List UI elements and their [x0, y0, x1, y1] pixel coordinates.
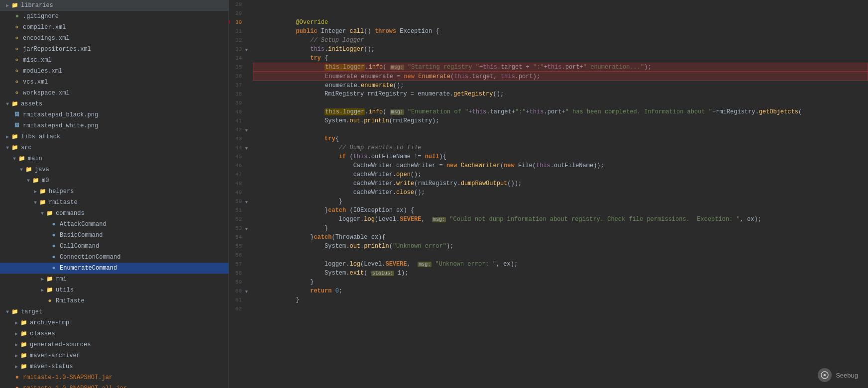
- sidebar-item-utils[interactable]: ▶ 📁 utils: [0, 285, 228, 295]
- expand-arrow: ▼: [39, 211, 46, 216]
- sidebar-item-rmitastepsd-white[interactable]: 🖼 rmitastepsd_white.png: [0, 120, 228, 131]
- sidebar-item-m0[interactable]: ▼ 📁 m0: [0, 175, 228, 186]
- sidebar-item-vcs-xml[interactable]: ⚙ vcs.xml: [0, 77, 228, 88]
- sidebar-item-gitignore[interactable]: ■ .gitignore: [0, 11, 228, 22]
- sidebar-item-workspace-xml[interactable]: ⚙ workspace.xml: [0, 88, 228, 98]
- code-line-42: try{: [253, 125, 868, 134]
- sidebar-item-RmiTaste[interactable]: ● RmiTaste: [0, 295, 228, 306]
- sidebar-item-assets[interactable]: ▼ 📁 assets: [0, 98, 228, 109]
- sidebar-item-encodings-xml[interactable]: ⚙ encodings.xml: [0, 33, 228, 44]
- folder-icon: 📁: [20, 363, 28, 371]
- sidebar-item-src[interactable]: ▼ 📁 src: [0, 142, 228, 153]
- sidebar-item-archive-tmp[interactable]: ▶ 📁 archive-tmp: [0, 317, 228, 328]
- sidebar-item-main[interactable]: ▼ 📁 main: [0, 153, 228, 164]
- code-editor[interactable]: 28 29 30 31 32 33▼ 34 35 36 37 38 39 40 …: [229, 0, 868, 388]
- line-num-33: 33▼: [229, 45, 245, 54]
- sidebar-item-java[interactable]: ▼ 📁 java: [0, 164, 228, 175]
- code-line-44: if (this.outFileName != null){: [253, 143, 868, 152]
- folder-icon: 📁: [11, 133, 19, 141]
- code-line-34: this.logger.info( msg: "Starting registr…: [253, 54, 868, 63]
- line-num-35: 35: [229, 63, 245, 72]
- code-line-57: System.exit( status: 1);: [253, 260, 868, 269]
- sidebar-item-BasicCommand[interactable]: ● BasicCommand: [0, 230, 228, 241]
- fold-arrow[interactable]: ▼: [242, 126, 248, 132]
- sidebar-item-modules-xml[interactable]: ⚙ modules.xml: [0, 66, 228, 77]
- line-num-44: 44▼: [229, 143, 245, 152]
- sidebar-item-jarRepositories-xml[interactable]: ⚙ jarRepositories.xml: [0, 44, 228, 55]
- line-num-37: 37: [229, 81, 245, 90]
- sidebar-item-classes[interactable]: ▶ 📁 classes: [0, 328, 228, 339]
- sidebar-item-label: archive-tmp: [30, 319, 69, 326]
- sidebar-item-label: main: [28, 155, 42, 162]
- sidebar-item-compiler-xml[interactable]: ⚙ compiler.xml: [0, 22, 228, 33]
- code-line-53: }catch(Throwable ex){: [253, 224, 868, 233]
- line-num-60: 60▼: [229, 287, 245, 295]
- java-icon: ●: [50, 264, 58, 272]
- line-num-36: 36: [229, 72, 245, 81]
- sidebar-item-rmi[interactable]: ▶ 📁 rmi: [0, 274, 228, 285]
- sidebar-item-label: rmi: [56, 276, 67, 283]
- sidebar-item-rmitastepsd-black[interactable]: 🖼 rmitastepsd_black.png: [0, 109, 228, 120]
- sidebar-item-label: modules.xml: [23, 68, 62, 75]
- code-line-49: }: [253, 188, 868, 197]
- folder-icon: 📁: [20, 330, 28, 338]
- sidebar-item-ConnectionCommand[interactable]: ● ConnectionCommand: [0, 252, 228, 263]
- code-line-62: [253, 304, 868, 313]
- sidebar-item-rmitaste[interactable]: ▼ 📁 rmitaste: [0, 197, 228, 208]
- sidebar-item-label: libs_attack: [21, 133, 60, 140]
- sidebar-item-label: java: [35, 166, 49, 173]
- sidebar-item-label: .gitignore: [23, 13, 59, 20]
- sidebar-item-rmitaste-jar[interactable]: ■ rmitaste-1.0-SNAPSHOT.jar: [0, 372, 228, 383]
- folder-icon: 📁: [46, 209, 54, 217]
- code-line-51: logger.log(Level.SEVERE, msg: "Could not…: [253, 206, 868, 215]
- fold-arrow[interactable]: ▼: [242, 144, 248, 150]
- line-num-56: 56: [229, 251, 245, 260]
- sidebar-item-label: misc.xml: [23, 57, 52, 64]
- sidebar-item-commands[interactable]: ▼ 📁 commands: [0, 208, 228, 219]
- folder-icon: 📁: [39, 188, 47, 195]
- sidebar-item-helpers[interactable]: ▶ 📁 helpers: [0, 186, 228, 197]
- fold-arrow[interactable]: ▼: [242, 225, 248, 231]
- sidebar-item-label: EnumerateCommand: [60, 265, 117, 272]
- code-line-35: Enumerate enumerate = new Enumerate(this…: [253, 63, 868, 72]
- sidebar-item-rmitaste-all-jar[interactable]: ■ rmitaste-1.0-SNAPSHOT-all.jar: [0, 383, 228, 388]
- sidebar-item-target[interactable]: ▼ 📁 target: [0, 306, 228, 317]
- fold-arrow[interactable]: ▼: [242, 288, 248, 293]
- folder-icon: 📁: [18, 155, 26, 163]
- fold-arrow[interactable]: ▼: [242, 46, 248, 52]
- line-num-50: 50▼: [229, 197, 245, 206]
- folder-icon: 📁: [20, 319, 28, 327]
- xml-icon: ⚙: [13, 67, 21, 75]
- code-line-55: [253, 242, 868, 251]
- sidebar-item-label: maven-status: [30, 363, 73, 370]
- sidebar-item-maven-archiver[interactable]: ▶ 📁 maven-archiver: [0, 350, 228, 361]
- sidebar-item-label: ConnectionCommand: [60, 254, 120, 261]
- code-line-50: }catch (IOException ex) {: [253, 197, 868, 206]
- java-icon: ●: [50, 242, 58, 250]
- fold-arrow[interactable]: ▼: [242, 198, 248, 204]
- sidebar-item-AttackCommand[interactable]: ● AttackCommand: [0, 219, 228, 230]
- sidebar-item-libs-attack[interactable]: ▶ 📁 libs_attack: [0, 131, 228, 142]
- sidebar-item-label: target: [21, 308, 42, 315]
- sidebar-item-label: generated-sources: [30, 341, 91, 348]
- sidebar-item-misc-xml[interactable]: ⚙ misc.xml: [0, 55, 228, 66]
- line-num-51: 51: [229, 206, 245, 215]
- code-line-61: [253, 295, 868, 304]
- expand-arrow: ▼: [4, 145, 11, 151]
- folder-icon: 📁: [20, 341, 28, 349]
- sidebar-item-label: rmitaste: [49, 199, 78, 206]
- line-num-54: 54: [229, 233, 245, 242]
- sidebar-item-generated-sources[interactable]: ▶ 📁 generated-sources: [0, 339, 228, 350]
- sidebar-item-libraries[interactable]: ▶ 📁 libraries: [0, 0, 228, 11]
- java-icon: ●: [50, 253, 58, 261]
- code-line-41: [253, 116, 868, 125]
- line-num-59: 59: [229, 278, 245, 287]
- sidebar-item-EnumerateCommand[interactable]: ● EnumerateCommand: [0, 263, 228, 274]
- expand-arrow: ▶: [13, 342, 20, 348]
- sidebar-item-CallCommand[interactable]: ● CallCommand: [0, 241, 228, 252]
- sidebar-item-maven-status[interactable]: ▶ 📁 maven-status: [0, 361, 228, 372]
- code-line-32: this.initLogger();: [253, 36, 868, 45]
- sidebar-item-label: maven-archiver: [30, 352, 80, 359]
- sidebar-item-label: libraries: [21, 2, 53, 9]
- code-line-31: // Setup logger: [253, 27, 868, 36]
